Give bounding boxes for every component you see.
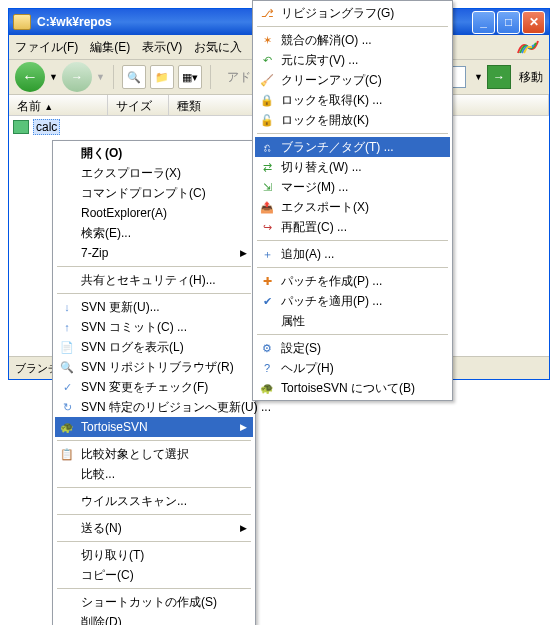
address-label: アド [227,69,251,86]
svn-help[interactable]: ?ヘルプ(H) [255,358,450,378]
back-dropdown[interactable]: ▼ [49,72,58,82]
folder-icon [13,14,31,30]
ctx-compare-select[interactable]: 📋比較対象として選択 [55,444,253,464]
folders-toolbar-icon[interactable]: 📁 [150,65,174,89]
unlock-icon: 🔓 [259,112,275,128]
svn-update-icon: ↓ [59,299,75,315]
tortoisesvn-submenu: ⎇リビジョングラフ(G) ✶競合の解消(O) ... ↶元に戻す(V) ... … [252,0,453,401]
add-icon: ＋ [259,246,275,262]
ctx-share-security[interactable]: 共有とセキュリティ(H)... [55,270,253,290]
ctx-compare[interactable]: 比較... [55,464,253,484]
ctx-copy[interactable]: コピー(C) [55,565,253,585]
cleanup-icon: 🧹 [259,72,275,88]
svn-properties[interactable]: 属性 [255,311,450,331]
forward-dropdown[interactable]: ▼ [96,72,105,82]
create-patch-icon: ✚ [259,273,275,289]
merge-icon: ⇲ [259,179,275,195]
export-icon: 📤 [259,199,275,215]
ctx-open[interactable]: 開く(O) [55,143,253,163]
menu-edit[interactable]: 編集(E) [90,39,130,56]
svn-updaterev-icon: ↻ [59,399,75,415]
ctx-rootexplorer[interactable]: RootExplorer(A) [55,203,253,223]
ctx-tortoisesvn[interactable]: 🐢TortoiseSVN▶ [55,417,253,437]
address-dropdown[interactable]: ▼ [474,72,483,82]
svn-cleanup[interactable]: 🧹クリーンアップ(C) [255,70,450,90]
svn-relocate[interactable]: ↪再配置(C) ... [255,217,450,237]
svn-check-icon: ✓ [59,379,75,395]
go-label: 移動 [519,69,543,86]
folder-svn-icon [13,120,29,134]
forward-button[interactable]: → [62,62,92,92]
ctx-svn-updaterev[interactable]: ↻SVN 特定のリビジョンへ更新(U) ... [55,397,253,417]
views-toolbar-icon[interactable]: ▦▾ [178,65,202,89]
svn-add[interactable]: ＋追加(A) ... [255,244,450,264]
menu-view[interactable]: 表示(V) [142,39,182,56]
svn-log-icon: 📄 [59,339,75,355]
ctx-cut[interactable]: 切り取り(T) [55,545,253,565]
svn-settings[interactable]: ⚙設定(S) [255,338,450,358]
header-type[interactable]: 種類 [169,95,256,115]
menu-favorites[interactable]: お気に入 [194,39,242,56]
ctx-send-to[interactable]: 送る(N)▶ [55,518,253,538]
svn-resolve[interactable]: ✶競合の解消(O) ... [255,30,450,50]
menu-file[interactable]: ファイル(F) [15,39,78,56]
revert-icon: ↶ [259,52,275,68]
ctx-svn-update[interactable]: ↓SVN 更新(U)... [55,297,253,317]
ctx-create-shortcut[interactable]: ショートカットの作成(S) [55,592,253,612]
ctx-delete[interactable]: 削除(D) [55,612,253,625]
search-toolbar-icon[interactable]: 🔍 [122,65,146,89]
apply-patch-icon: ✔ [259,293,275,309]
ctx-explorer[interactable]: エクスプローラ(X) [55,163,253,183]
svn-release-lock[interactable]: 🔓ロックを開放(K) [255,110,450,130]
svn-export[interactable]: 📤エクスポート(X) [255,197,450,217]
svn-revert[interactable]: ↶元に戻す(V) ... [255,50,450,70]
help-icon: ? [259,360,275,376]
go-button[interactable]: → [487,65,511,89]
ctx-virus-scan[interactable]: ウイルススキャン... [55,491,253,511]
compare-icon: 📋 [59,446,75,462]
ctx-search[interactable]: 検索(E)... [55,223,253,243]
svn-get-lock[interactable]: 🔒ロックを取得(K) ... [255,90,450,110]
resolve-icon: ✶ [259,32,275,48]
svn-apply-patch[interactable]: ✔パッチを適用(P) ... [255,291,450,311]
throbber-icon [513,37,543,57]
back-button[interactable]: ← [15,62,45,92]
header-size[interactable]: サイズ [108,95,169,115]
maximize-button[interactable]: □ [497,11,520,34]
tortoise-about-icon: 🐢 [259,380,275,396]
header-name[interactable]: 名前 ▲ [9,95,108,115]
lock-icon: 🔒 [259,92,275,108]
revision-graph-icon: ⎇ [259,5,275,21]
ctx-7zip[interactable]: 7-Zip▶ [55,243,253,263]
relocate-icon: ↪ [259,219,275,235]
svn-about[interactable]: 🐢TortoiseSVN について(B) [255,378,450,398]
switch-icon: ⇄ [259,159,275,175]
svn-merge[interactable]: ⇲マージ(M) ... [255,177,450,197]
branch-tag-icon: ⎌ [259,139,275,155]
svn-commit-icon: ↑ [59,319,75,335]
ctx-svn-checkmod[interactable]: ✓SVN 変更をチェック(F) [55,377,253,397]
ctx-svn-repobrowser[interactable]: 🔍SVN リポジトリブラウザ(R) [55,357,253,377]
svn-revision-graph[interactable]: ⎇リビジョングラフ(G) [255,3,450,23]
ctx-svn-showlog[interactable]: 📄SVN ログを表示(L) [55,337,253,357]
svn-repo-icon: 🔍 [59,359,75,375]
ctx-svn-commit[interactable]: ↑SVN コミット(C) ... [55,317,253,337]
settings-icon: ⚙ [259,340,275,356]
svn-switch[interactable]: ⇄切り替え(W) ... [255,157,450,177]
ctx-cmdprompt[interactable]: コマンドプロンプト(C) [55,183,253,203]
close-button[interactable]: ✕ [522,11,545,34]
minimize-button[interactable]: _ [472,11,495,34]
svn-branch-tag[interactable]: ⎌ブランチ／タグ(T) ... [255,137,450,157]
context-menu: 開く(O) エクスプローラ(X) コマンドプロンプト(C) RootExplor… [52,140,256,625]
svn-create-patch[interactable]: ✚パッチを作成(P) ... [255,271,450,291]
file-name[interactable]: calc [33,119,60,135]
tortoise-icon: 🐢 [59,419,75,435]
